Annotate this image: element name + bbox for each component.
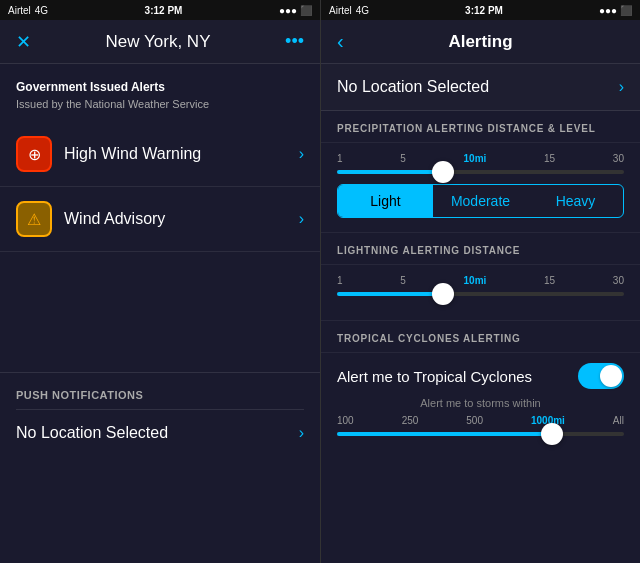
alerts-section-sublabel: Issued by the National Weather Service [0,98,320,122]
right-no-location-item[interactable]: No Location Selected › [321,64,640,111]
right-no-location-text: No Location Selected [337,78,619,96]
tropical-label-100: 100 [337,415,354,426]
high-wind-icon-wrapper: ⊕ [16,136,52,172]
right-panel: Airtel 4G 3:12 PM ●●● ⬛ ‹ Alerting No Lo… [320,0,640,563]
right-network: 4G [356,5,369,16]
lightning-slider-thumb[interactable] [432,283,454,305]
alerts-section-label: Government Issued Alerts [0,80,320,98]
precipitation-slider-labels: 1 5 10mi 15 30 [337,153,624,164]
precipitation-slider-track[interactable] [337,170,624,174]
tropical-sublabel: Alert me to storms within [337,397,624,409]
high-wind-text: High Wind Warning [64,145,299,163]
tropical-section: Alert me to Tropical Cyclones Alert me t… [321,353,640,460]
precip-label-5: 5 [400,153,406,164]
right-carrier: Airtel [329,5,352,16]
wind-advisory-icon: ⚠ [27,210,41,229]
tropical-section-header: TROPICAL CYCLONES ALERTING [321,321,640,353]
tropical-toggle[interactable] [578,363,624,389]
left-header-title: New York, NY [106,32,211,52]
wind-advisory-item[interactable]: ⚠ Wind Advisory › [0,187,320,252]
close-icon[interactable]: ✕ [16,31,31,53]
precipitation-slider-section: 1 5 10mi 15 30 Light Moderate Heavy [321,143,640,233]
battery-icon: ⬛ [300,5,312,16]
left-header: ✕ New York, NY ••• [0,20,320,64]
lightning-label-15: 15 [544,275,555,286]
wind-advisory-text: Wind Advisory [64,210,299,228]
left-no-location-item[interactable]: No Location Selected › [16,409,304,456]
tropical-label-250: 250 [402,415,419,426]
level-tab-moderate[interactable]: Moderate [433,185,528,217]
more-icon[interactable]: ••• [285,31,304,52]
level-tabs: Light Moderate Heavy [337,184,624,218]
wind-advisory-icon-wrapper: ⚠ [16,201,52,237]
right-status-left: Airtel 4G [329,5,369,16]
right-signal-icon: ●●● [599,5,617,16]
left-no-location-chevron: › [299,424,304,442]
network-text: 4G [35,5,48,16]
left-panel: Airtel 4G 3:12 PM ●●● ⬛ ✕ New York, NY •… [0,0,320,563]
precipitation-section-header: PRECIPITATION ALERTING DISTANCE & LEVEL [321,111,640,143]
lightning-label-1: 1 [337,275,343,286]
right-status-time: 3:12 PM [465,5,503,16]
tropical-toggle-label: Alert me to Tropical Cyclones [337,368,578,385]
tropical-slider-fill [337,432,552,436]
lightning-slider-section: 1 5 10mi 15 30 [321,265,640,321]
left-status-right: ●●● ⬛ [279,5,312,16]
level-tab-light[interactable]: Light [338,185,433,217]
lightning-label-5: 5 [400,275,406,286]
signal-icon: ●●● [279,5,297,16]
lightning-section-header: LIGHTNING ALERTING DISTANCE [321,233,640,265]
right-header-title: Alerting [448,32,512,52]
lightning-slider-track[interactable] [337,292,624,296]
right-battery-icon: ⬛ [620,5,632,16]
push-label: PUSH NOTIFICATIONS [16,389,304,401]
wind-advisory-chevron: › [299,210,304,228]
tropical-slider-thumb[interactable] [541,423,563,445]
left-status-bar: Airtel 4G 3:12 PM ●●● ⬛ [0,0,320,20]
carrier-text: Airtel [8,5,31,16]
tropical-slider-track[interactable] [337,432,624,436]
right-status-right: ●●● ⬛ [599,5,632,16]
toggle-thumb [600,365,622,387]
lightning-label-10mi: 10mi [464,275,487,286]
tropical-label-500: 500 [466,415,483,426]
precipitation-slider-fill [337,170,443,174]
level-tab-heavy[interactable]: Heavy [528,185,623,217]
precip-label-30: 30 [613,153,624,164]
high-wind-warning-item[interactable]: ⊕ High Wind Warning › [0,122,320,187]
high-wind-icon: ⊕ [28,145,41,164]
right-no-location-chevron: › [619,78,624,96]
push-section: PUSH NOTIFICATIONS No Location Selected … [0,372,320,464]
back-icon[interactable]: ‹ [337,30,344,53]
precip-label-1: 1 [337,153,343,164]
right-status-bar: Airtel 4G 3:12 PM ●●● ⬛ [321,0,640,20]
lightning-label-30: 30 [613,275,624,286]
lightning-slider-fill [337,292,443,296]
right-header: ‹ Alerting [321,20,640,64]
precip-label-15: 15 [544,153,555,164]
lightning-slider-labels: 1 5 10mi 15 30 [337,275,624,286]
high-wind-chevron: › [299,145,304,163]
left-status-left: Airtel 4G [8,5,48,16]
precip-label-10mi: 10mi [464,153,487,164]
tropical-toggle-row: Alert me to Tropical Cyclones [337,363,624,389]
left-status-time: 3:12 PM [145,5,183,16]
left-content: Government Issued Alerts Issued by the N… [0,64,320,563]
precipitation-slider-thumb[interactable] [432,161,454,183]
left-no-location-text: No Location Selected [16,424,299,442]
tropical-label-all: All [613,415,624,426]
tropical-slider-labels: 100 250 500 1000mi All [337,415,624,426]
right-content: No Location Selected › PRECIPITATION ALE… [321,64,640,563]
